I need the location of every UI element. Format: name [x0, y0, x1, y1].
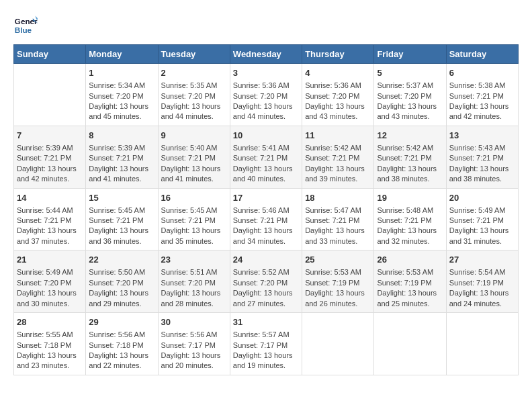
calendar-cell: 26Sunrise: 5:53 AM Sunset: 7:19 PM Dayli… [374, 250, 446, 313]
calendar-cell: 17Sunrise: 5:46 AM Sunset: 7:21 PM Dayli… [230, 188, 302, 250]
calendar-cell: 20Sunrise: 5:49 AM Sunset: 7:21 PM Dayli… [446, 188, 518, 250]
day-info: Sunrise: 5:44 AM Sunset: 7:21 PM Dayligh… [17, 205, 83, 247]
calendar-cell: 11Sunrise: 5:42 AM Sunset: 7:21 PM Dayli… [302, 126, 374, 188]
day-info: Sunrise: 5:49 AM Sunset: 7:21 PM Dayligh… [449, 205, 515, 247]
day-info: Sunrise: 5:53 AM Sunset: 7:19 PM Dayligh… [377, 267, 443, 309]
calendar-cell: 25Sunrise: 5:53 AM Sunset: 7:19 PM Dayli… [302, 250, 374, 313]
day-info: Sunrise: 5:52 AM Sunset: 7:20 PM Dayligh… [233, 267, 299, 309]
calendar-cell [446, 313, 518, 375]
day-info: Sunrise: 5:53 AM Sunset: 7:19 PM Dayligh… [305, 267, 371, 309]
calendar-week-4: 21Sunrise: 5:49 AM Sunset: 7:20 PM Dayli… [14, 250, 519, 313]
day-number: 10 [233, 130, 299, 142]
day-info: Sunrise: 5:38 AM Sunset: 7:21 PM Dayligh… [449, 81, 515, 122]
day-number: 25 [305, 254, 371, 266]
calendar-cell: 1Sunrise: 5:34 AM Sunset: 7:20 PM Daylig… [86, 64, 158, 126]
calendar-week-5: 28Sunrise: 5:55 AM Sunset: 7:18 PM Dayli… [14, 313, 519, 375]
day-info: Sunrise: 5:48 AM Sunset: 7:21 PM Dayligh… [377, 205, 443, 247]
day-number: 7 [17, 130, 83, 142]
day-number: 14 [17, 192, 83, 204]
day-info: Sunrise: 5:40 AM Sunset: 7:21 PM Dayligh… [161, 143, 227, 185]
day-number: 15 [89, 192, 154, 204]
calendar-cell: 18Sunrise: 5:47 AM Sunset: 7:21 PM Dayli… [302, 188, 374, 250]
day-info: Sunrise: 5:34 AM Sunset: 7:20 PM Dayligh… [89, 81, 154, 122]
day-number: 31 [233, 316, 299, 328]
weekday-header-monday: Monday [86, 45, 158, 64]
day-number: 23 [161, 254, 227, 266]
calendar-cell: 15Sunrise: 5:45 AM Sunset: 7:21 PM Dayli… [86, 188, 158, 250]
day-info: Sunrise: 5:45 AM Sunset: 7:21 PM Dayligh… [161, 205, 227, 247]
calendar-cell: 21Sunrise: 5:49 AM Sunset: 7:20 PM Dayli… [14, 250, 86, 313]
calendar-cell: 7Sunrise: 5:39 AM Sunset: 7:21 PM Daylig… [14, 126, 86, 188]
calendar-cell [14, 64, 86, 126]
weekday-header-thursday: Thursday [302, 45, 374, 64]
weekday-header-friday: Friday [374, 45, 446, 64]
day-info: Sunrise: 5:39 AM Sunset: 7:21 PM Dayligh… [89, 143, 154, 185]
calendar-cell: 2Sunrise: 5:35 AM Sunset: 7:20 PM Daylig… [158, 64, 230, 126]
calendar-cell: 27Sunrise: 5:54 AM Sunset: 7:19 PM Dayli… [446, 250, 518, 313]
day-number: 11 [305, 130, 371, 142]
calendar-cell: 4Sunrise: 5:36 AM Sunset: 7:20 PM Daylig… [302, 64, 374, 126]
calendar-cell: 31Sunrise: 5:57 AM Sunset: 7:17 PM Dayli… [230, 313, 302, 375]
calendar-cell: 5Sunrise: 5:37 AM Sunset: 7:20 PM Daylig… [374, 64, 446, 126]
weekday-header-wednesday: Wednesday [230, 45, 302, 64]
calendar-cell: 14Sunrise: 5:44 AM Sunset: 7:21 PM Dayli… [14, 188, 86, 250]
day-info: Sunrise: 5:51 AM Sunset: 7:20 PM Dayligh… [161, 267, 227, 309]
svg-text:Blue: Blue [15, 26, 32, 34]
day-number: 8 [89, 130, 154, 142]
day-number: 24 [233, 254, 299, 266]
page-header: General Blue [13, 13, 519, 38]
calendar-cell: 28Sunrise: 5:55 AM Sunset: 7:18 PM Dayli… [14, 313, 86, 375]
day-info: Sunrise: 5:50 AM Sunset: 7:20 PM Dayligh… [89, 267, 154, 309]
calendar-cell: 13Sunrise: 5:43 AM Sunset: 7:21 PM Dayli… [446, 126, 518, 188]
day-info: Sunrise: 5:42 AM Sunset: 7:21 PM Dayligh… [377, 143, 443, 185]
day-info: Sunrise: 5:47 AM Sunset: 7:21 PM Dayligh… [305, 205, 371, 247]
calendar-cell: 10Sunrise: 5:41 AM Sunset: 7:21 PM Dayli… [230, 126, 302, 188]
calendar-cell: 24Sunrise: 5:52 AM Sunset: 7:20 PM Dayli… [230, 250, 302, 313]
weekday-header-tuesday: Tuesday [158, 45, 230, 64]
day-number: 13 [449, 130, 515, 142]
day-info: Sunrise: 5:57 AM Sunset: 7:17 PM Dayligh… [233, 330, 299, 371]
day-number: 3 [233, 67, 299, 79]
day-number: 26 [377, 254, 443, 266]
day-info: Sunrise: 5:56 AM Sunset: 7:17 PM Dayligh… [161, 330, 227, 371]
calendar-cell [302, 313, 374, 375]
day-info: Sunrise: 5:42 AM Sunset: 7:21 PM Dayligh… [305, 143, 371, 185]
calendar-cell: 8Sunrise: 5:39 AM Sunset: 7:21 PM Daylig… [86, 126, 158, 188]
calendar-cell: 9Sunrise: 5:40 AM Sunset: 7:21 PM Daylig… [158, 126, 230, 188]
day-info: Sunrise: 5:45 AM Sunset: 7:21 PM Dayligh… [89, 205, 154, 247]
day-info: Sunrise: 5:41 AM Sunset: 7:21 PM Dayligh… [233, 143, 299, 185]
day-info: Sunrise: 5:49 AM Sunset: 7:20 PM Dayligh… [17, 267, 83, 309]
day-info: Sunrise: 5:39 AM Sunset: 7:21 PM Dayligh… [17, 143, 83, 185]
day-info: Sunrise: 5:56 AM Sunset: 7:18 PM Dayligh… [89, 330, 154, 371]
calendar-table: SundayMondayTuesdayWednesdayThursdayFrid… [13, 44, 519, 375]
day-number: 12 [377, 130, 443, 142]
day-number: 30 [161, 316, 227, 328]
calendar-body: 1Sunrise: 5:34 AM Sunset: 7:20 PM Daylig… [14, 64, 519, 375]
day-info: Sunrise: 5:54 AM Sunset: 7:19 PM Dayligh… [449, 267, 515, 309]
calendar-cell: 30Sunrise: 5:56 AM Sunset: 7:17 PM Dayli… [158, 313, 230, 375]
weekday-header-sunday: Sunday [14, 45, 86, 64]
day-number: 16 [161, 192, 227, 204]
day-info: Sunrise: 5:37 AM Sunset: 7:20 PM Dayligh… [377, 81, 443, 122]
day-info: Sunrise: 5:46 AM Sunset: 7:21 PM Dayligh… [233, 205, 299, 247]
day-number: 17 [233, 192, 299, 204]
day-number: 29 [89, 316, 154, 328]
day-number: 5 [377, 67, 443, 79]
calendar-cell: 12Sunrise: 5:42 AM Sunset: 7:21 PM Dayli… [374, 126, 446, 188]
day-info: Sunrise: 5:55 AM Sunset: 7:18 PM Dayligh… [17, 330, 83, 371]
day-number: 1 [89, 67, 154, 79]
day-number: 9 [161, 130, 227, 142]
day-number: 4 [305, 67, 371, 79]
logo: General Blue [13, 13, 40, 38]
header-row: SundayMondayTuesdayWednesdayThursdayFrid… [14, 45, 519, 64]
day-number: 18 [305, 192, 371, 204]
calendar-cell: 3Sunrise: 5:36 AM Sunset: 7:20 PM Daylig… [230, 64, 302, 126]
day-number: 22 [89, 254, 154, 266]
calendar-cell: 29Sunrise: 5:56 AM Sunset: 7:18 PM Dayli… [86, 313, 158, 375]
day-number: 2 [161, 67, 227, 79]
day-info: Sunrise: 5:35 AM Sunset: 7:20 PM Dayligh… [161, 81, 227, 122]
day-info: Sunrise: 5:36 AM Sunset: 7:20 PM Dayligh… [233, 81, 299, 122]
calendar-header: SundayMondayTuesdayWednesdayThursdayFrid… [14, 45, 519, 64]
day-number: 28 [17, 316, 83, 328]
logo-icon: General Blue [13, 13, 38, 38]
